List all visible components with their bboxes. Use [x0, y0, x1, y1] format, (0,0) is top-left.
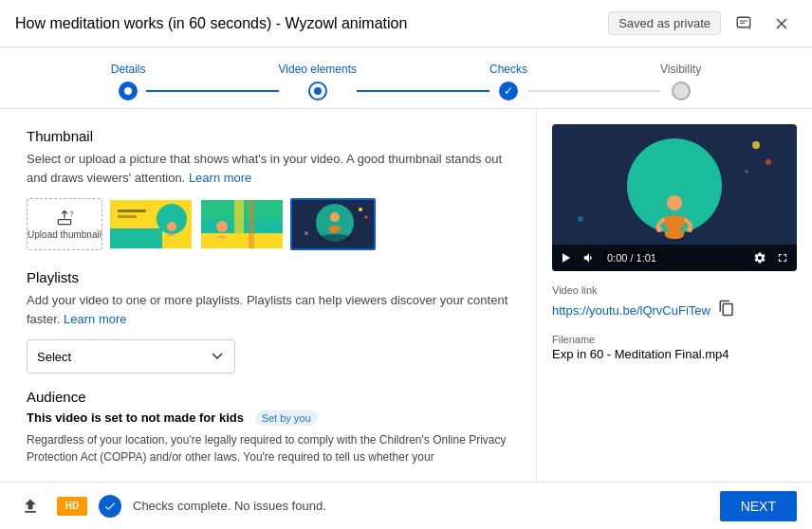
header-actions: Saved as private !: [608, 9, 797, 39]
not-for-kids-label: This video is set to not made for kids: [27, 410, 244, 425]
svg-rect-15: [249, 200, 254, 250]
svg-rect-14: [234, 200, 244, 250]
step-video-elements-label: Video elements: [279, 63, 358, 76]
step-checks[interactable]: Checks ✓: [489, 63, 527, 100]
hd-badge: HD: [57, 497, 87, 516]
filename-section: Filename Exp in 60 - Meditation Final.mp…: [552, 334, 797, 361]
svg-point-22: [304, 231, 308, 235]
fullscreen-button[interactable]: [774, 251, 791, 264]
playlists-section: Playlists Add your video to one or more …: [27, 269, 517, 374]
svg-point-21: [365, 216, 368, 219]
close-button[interactable]: [766, 9, 797, 39]
video-link-url[interactable]: https://youtu.be/lQrvCuFiTew: [552, 303, 710, 318]
feedback-button[interactable]: !: [729, 9, 759, 39]
close-icon: [773, 15, 790, 32]
thumbnail-2-preview: [201, 200, 285, 250]
step-visibility-circle: [672, 82, 691, 100]
playlists-select[interactable]: Select: [27, 339, 235, 374]
svg-point-25: [656, 227, 662, 232]
step-video-elements[interactable]: Video elements: [279, 63, 358, 100]
step-details-label: Details: [111, 63, 146, 76]
thumbnail-option-3[interactable]: [290, 198, 376, 250]
video-link-section: Video link https://youtu.be/lQrvCuFiTew: [552, 284, 797, 322]
video-link-row: https://youtu.be/lQrvCuFiTew: [552, 298, 797, 322]
svg-rect-2: [58, 220, 70, 225]
checks-complete-icon: [99, 495, 121, 518]
svg-point-23: [318, 234, 352, 242]
svg-point-16: [216, 221, 228, 232]
audience-status-row: This video is set to not made for kids S…: [27, 410, 517, 426]
svg-text:!: !: [748, 23, 751, 31]
play-button[interactable]: [558, 251, 575, 264]
settings-button[interactable]: [751, 251, 768, 264]
playlists-learn-more-link[interactable]: Learn more: [64, 312, 126, 326]
footer-left: HD Checks complete. No issues found.: [15, 491, 326, 521]
svg-point-29: [745, 170, 748, 173]
video-time: 0:00 / 1:01: [603, 251, 660, 264]
footer: HD Checks complete. No issues found. NEX…: [0, 482, 812, 529]
footer-upload-button[interactable]: [15, 491, 46, 521]
set-by-you-badge: Set by you: [255, 410, 318, 426]
playlists-description: Add your video to one or more playlists.…: [27, 291, 517, 328]
step-line-2: [357, 90, 489, 92]
copy-link-button[interactable]: [716, 298, 737, 322]
step-visibility[interactable]: Visibility: [660, 63, 701, 100]
meditation-figure: [646, 195, 703, 243]
thumbnail-option-2[interactable]: [199, 198, 285, 250]
step-line-1: [146, 90, 279, 92]
main-content: Thumbnail Select or upload a picture tha…: [0, 109, 812, 482]
svg-point-20: [359, 208, 362, 211]
filename-value: Exp in 60 - Meditation Final.mp4: [552, 347, 797, 361]
step-visibility-label: Visibility: [660, 63, 701, 76]
svg-point-26: [687, 227, 692, 232]
playlists-dropdown-wrapper: Select: [27, 339, 235, 374]
footer-status-text: Checks complete. No issues found.: [133, 499, 326, 513]
thumbnail-section: Thumbnail Select or upload a picture tha…: [27, 128, 517, 250]
right-panel: 0:00 / 1:01 Video link https://youtu.be/…: [537, 109, 812, 482]
svg-point-28: [766, 159, 771, 165]
fullscreen-icon: [776, 251, 789, 264]
play-icon: [560, 251, 573, 264]
settings-icon: [753, 251, 766, 264]
video-player: 0:00 / 1:01: [552, 124, 797, 271]
playlists-title: Playlists: [27, 269, 517, 285]
page-title: How meditation works (in 60 seconds) - W…: [15, 15, 407, 32]
header: How meditation works (in 60 seconds) - W…: [0, 0, 812, 47]
svg-point-8: [167, 222, 176, 231]
thumbnail-grid: ? Upload thumbnail: [27, 198, 517, 250]
svg-rect-9: [118, 210, 146, 212]
step-video-elements-circle: [308, 82, 327, 100]
thumbnail-1-preview: [110, 200, 194, 250]
svg-point-19: [330, 212, 340, 222]
thumbnail-3-preview: [292, 200, 376, 250]
video-link-label: Video link: [552, 284, 797, 296]
upload-icon: ?: [55, 209, 74, 228]
step-details[interactable]: Details: [111, 63, 146, 100]
svg-rect-7: [110, 228, 162, 250]
thumbnail-option-1[interactable]: [108, 198, 194, 250]
next-button[interactable]: NEXT: [720, 491, 797, 521]
step-checks-circle: ✓: [499, 82, 518, 100]
step-details-circle: [119, 82, 138, 100]
audience-title: Audience: [27, 389, 517, 405]
thumbnail-learn-more-link[interactable]: Learn more: [189, 171, 251, 185]
thumbnail-description: Select or upload a picture that shows wh…: [27, 150, 517, 187]
feedback-icon: !: [735, 15, 752, 32]
stepper: Details Video elements Checks ✓ Visibili…: [0, 47, 812, 109]
filename-label: Filename: [552, 334, 797, 345]
step-line-3: [527, 90, 660, 92]
step-checks-label: Checks: [489, 63, 527, 76]
left-panel: Thumbnail Select or upload a picture tha…: [0, 109, 537, 482]
checkmark-icon: [103, 500, 117, 513]
volume-button[interactable]: [581, 251, 598, 264]
svg-point-24: [667, 195, 682, 210]
svg-text:?: ?: [70, 210, 74, 217]
upload-thumbnail-button[interactable]: ? Upload thumbnail: [27, 198, 102, 250]
audience-section: Audience This video is set to not made f…: [27, 389, 517, 465]
svg-rect-10: [118, 215, 137, 218]
thumbnail-title: Thumbnail: [27, 128, 517, 144]
svg-point-30: [578, 216, 583, 222]
audience-description: Regardless of your location, you're lega…: [27, 431, 517, 465]
saved-status-badge: Saved as private: [608, 11, 721, 35]
volume-icon: [582, 251, 596, 264]
